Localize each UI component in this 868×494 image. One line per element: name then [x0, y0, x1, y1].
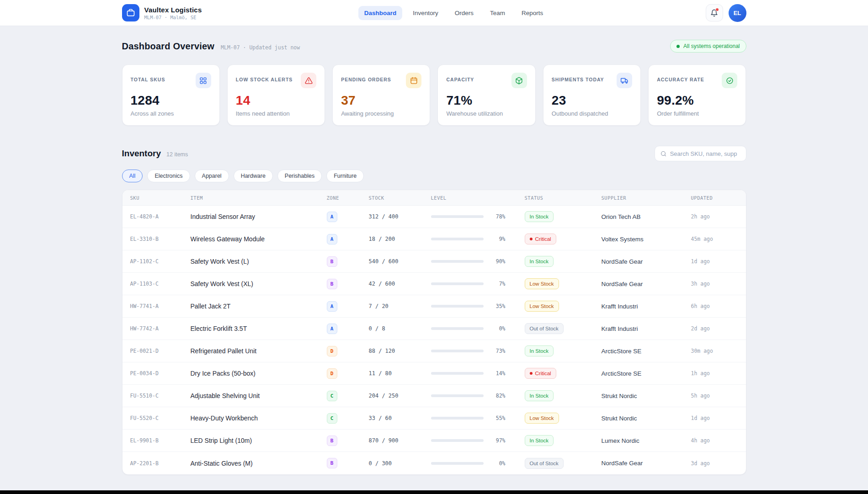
brand: Vaultex Logistics MLM-07 · Malmö, SE [122, 4, 202, 21]
cell-stock: 204 / 250 [369, 393, 431, 399]
page-title: Dashboard Overview [122, 41, 215, 52]
zone-badge: B [327, 436, 337, 446]
stat-card: CAPACITY 71% Warehouse utilization [437, 64, 535, 126]
cell-updated: 6h ago [691, 303, 746, 309]
check-circle-icon [726, 77, 734, 85]
table-row[interactable]: EL-9901-B LED Strip Light (10m) B 870 / … [122, 430, 746, 452]
nav-item-dashboard[interactable]: Dashboard [358, 6, 403, 20]
cell-updated: 2d ago [691, 325, 746, 332]
table-row[interactable]: EL-4820-A Industrial Sensor Array A 312 … [122, 206, 746, 228]
cell-supplier: ArcticStore SE [602, 370, 691, 377]
zone-badge: A [327, 234, 337, 244]
table-row[interactable]: HW-7741-A Pallet Jack 2T A 7 / 20 35% Lo… [122, 295, 746, 318]
search-input[interactable] [670, 150, 740, 157]
bottom-strip [0, 490, 868, 494]
filter-chip-hardware[interactable]: Hardware [234, 170, 273, 182]
cell-level: 90% [431, 258, 525, 265]
cell-supplier: NordSafe Gear [602, 281, 691, 287]
filter-chip-furniture[interactable]: Furniture [326, 170, 364, 182]
cell-stock: 11 / 80 [369, 370, 431, 377]
nav-item-orders[interactable]: Orders [449, 6, 479, 20]
stat-card-icon [301, 73, 316, 88]
cell-supplier: ArcticStore SE [602, 348, 691, 355]
level-bar [431, 260, 484, 263]
stat-card-value: 14 [236, 93, 316, 108]
system-status-label: All systems operational [683, 43, 740, 49]
cell-level: 97% [431, 437, 525, 444]
brand-logo-icon[interactable] [122, 4, 139, 21]
cell-stock: 88 / 120 [369, 348, 431, 354]
level-bar [431, 305, 484, 308]
status-label: Critical [535, 236, 551, 242]
stat-card-label: CAPACITY [446, 73, 474, 82]
cell-item: Pallet Jack 2T [191, 303, 327, 310]
brand-subtitle: MLM-07 · Malmö, SE [144, 15, 202, 20]
stat-card-icon [196, 73, 211, 88]
table-row[interactable]: PE-0034-D Dry Ice Packs (50-box) D 11 / … [122, 362, 746, 385]
user-avatar[interactable]: EL [729, 4, 746, 22]
cell-sku: EL-3310-B [130, 236, 191, 242]
filter-chip-all[interactable]: All [122, 170, 143, 182]
cell-updated: 1d ago [691, 258, 746, 265]
cell-stock: 42 / 600 [369, 281, 431, 287]
cell-item: LED Strip Light (10m) [191, 437, 327, 444]
filter-chip-perishables[interactable]: Perishables [277, 170, 322, 182]
cell-stock: 0 / 8 [369, 325, 431, 332]
status-badge: In Stock [525, 211, 554, 222]
table-row[interactable]: FU-5510-C Adjustable Shelving Unit C 204… [122, 385, 746, 407]
status-dot [676, 45, 680, 48]
cell-item: Wireless Gateway Module [191, 235, 327, 243]
level-bar [431, 282, 484, 285]
stat-card: ACCURACY RATE 99.2% Order fulfillment [648, 64, 746, 126]
level-bar [431, 372, 484, 375]
search-box[interactable] [655, 146, 746, 161]
cell-stock: 312 / 400 [369, 213, 431, 220]
cell-level: 0% [431, 325, 525, 332]
level-percent: 9% [489, 236, 506, 242]
status-badge: In Stock [525, 435, 554, 446]
cell-updated: 4h ago [691, 437, 746, 444]
table-header-row: SKUITEMZONESTOCKLEVELSTATUSSUPPLIERUPDAT… [122, 190, 746, 206]
notifications-button[interactable] [706, 4, 723, 21]
inventory-count: 12 items [166, 151, 188, 158]
table-row[interactable]: PE-0021-D Refrigerated Pallet Unit D 88 … [122, 340, 746, 362]
status-badge: Out of Stock [525, 323, 564, 334]
cell-updated: 1d ago [691, 415, 746, 421]
level-bar [431, 462, 484, 465]
table-row[interactable]: AP-1103-C Safety Work Vest (XL) B 42 / 6… [122, 273, 746, 295]
table-row[interactable]: AP-2201-B Anti-Static Gloves (M) B 0 / 3… [122, 452, 746, 474]
status-badge: In Stock [525, 256, 554, 267]
cell-item: Safety Work Vest (XL) [191, 280, 327, 287]
stat-card-subtext: Items need attention [236, 110, 316, 117]
stat-card-subtext: Awaiting processing [341, 110, 421, 117]
cell-level: 35% [431, 303, 525, 309]
cell-stock: 870 / 900 [369, 437, 431, 444]
stat-card-subtext: Warehouse utilization [446, 110, 527, 117]
calendar-icon [410, 77, 418, 85]
table-row[interactable]: FU-5520-C Heavy-Duty Workbench C 33 / 60… [122, 407, 746, 430]
cell-sku: EL-4820-A [130, 213, 191, 220]
cell-sku: PE-0034-D [130, 370, 191, 377]
table-row[interactable]: EL-3310-B Wireless Gateway Module A 18 /… [122, 228, 746, 250]
status-label: In Stock [530, 438, 549, 443]
zone-badge: B [327, 279, 337, 289]
status-label: In Stock [530, 259, 549, 264]
level-percent: 73% [489, 348, 506, 354]
filter-chip-electronics[interactable]: Electronics [147, 170, 190, 182]
cell-updated: 45m ago [691, 236, 746, 242]
filter-chip-apparel[interactable]: Apparel [195, 170, 229, 182]
column-header-stock: STOCK [369, 195, 431, 201]
zone-badge: B [327, 256, 337, 267]
nav-item-team[interactable]: Team [484, 6, 511, 20]
cell-stock: 33 / 60 [369, 415, 431, 421]
nav-item-reports[interactable]: Reports [516, 6, 549, 20]
table-row[interactable]: HW-7742-A Electric Forklift 3.5T A 0 / 8… [122, 318, 746, 340]
table-row[interactable]: AP-1102-C Safety Work Vest (L) B 540 / 6… [122, 250, 746, 273]
cell-item: Refrigerated Pallet Unit [191, 347, 327, 355]
cell-item: Electric Forklift 3.5T [191, 325, 327, 332]
cell-sku: HW-7742-A [130, 325, 191, 332]
column-header-updated: UPDATED [691, 195, 746, 201]
nav-item-inventory[interactable]: Inventory [407, 6, 444, 20]
status-label: In Stock [530, 348, 549, 354]
status-badge: Critical [525, 234, 556, 244]
